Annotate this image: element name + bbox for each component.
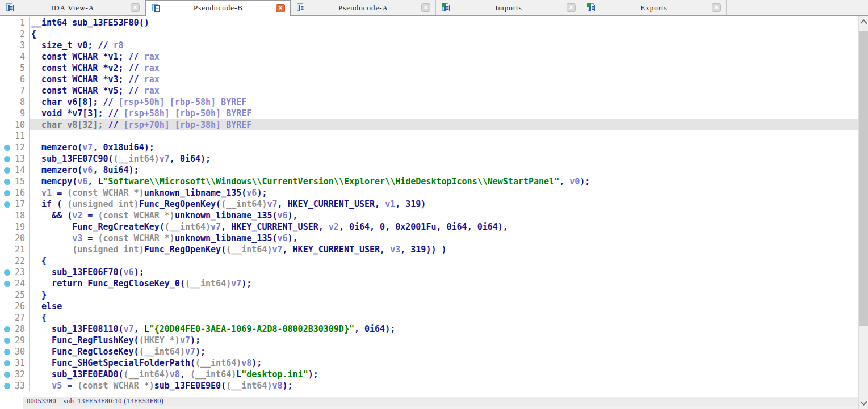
code-line-7[interactable]: 7 const WCHAR *v5; // rax [0, 85, 858, 96]
tab-imports[interactable]: Imports× [436, 0, 581, 15]
code-line-9[interactable]: 9 void *v7[3]; // [rsp+58h] [rbp-50h] BY… [0, 108, 858, 119]
code-segment: rax [144, 52, 160, 62]
code-line-10[interactable]: 10 char v8[32]; // [rsp+70h] [rbp-38h] B… [0, 119, 858, 130]
code-line-28[interactable]: 28 sub_13FE08110(v7, L"{20D04FE0-3AEA-10… [0, 323, 858, 335]
tab-close-button[interactable]: × [567, 3, 576, 12]
address-dot-icon[interactable] [4, 281, 10, 287]
code-segment: const WCHAR *v5; [31, 86, 129, 96]
code-segment: (__int64) [195, 358, 241, 368]
code-segment: (unsigned int) [67, 199, 139, 209]
pseudocode-icon [151, 3, 161, 13]
gutter: 16 [0, 187, 30, 199]
code-line-31[interactable]: 31 Func_SHGetSpecialFolderPath((__int64)… [0, 357, 858, 369]
line-number: 20 [15, 233, 25, 243]
code-line-12[interactable]: 12 memzero(v7, 0x18ui64); [0, 142, 858, 153]
code-line-29[interactable]: 29 Func_RegFlushKey((HKEY *)v7); [0, 335, 858, 346]
gutter: 10 [0, 119, 30, 130]
code-text: if ( (unsigned int)Func_RegOpenKey((__in… [30, 199, 858, 210]
code-line-8[interactable]: 8 char v6[8]; // [rsp+50h] [rbp-58h] BYR… [0, 96, 858, 108]
code-segment: v6 [77, 176, 87, 187]
code-line-20[interactable]: 20 v3 = (const WCHAR *)unknown_libname_1… [0, 233, 858, 244]
address-dot-icon[interactable] [4, 349, 10, 355]
code-line-14[interactable]: 14 memzero(v6, 8ui64); [0, 165, 858, 176]
address-dot-icon[interactable] [4, 145, 10, 151]
address-dot-icon[interactable] [4, 179, 10, 185]
code-line-30[interactable]: 30 Func_RegCloseKey((__int64)v7); [0, 346, 858, 357]
address-dot-icon[interactable] [4, 383, 10, 389]
code-line-25[interactable]: 25 } [0, 289, 858, 301]
code-text: v3 = (const WCHAR *)unknown_libname_135(… [30, 233, 858, 244]
line-number: 31 [15, 358, 25, 368]
code-line-33[interactable]: 33 v5 = (const WCHAR *)sub_13FE0E9E0((__… [0, 380, 858, 391]
code-line-5[interactable]: 5 const WCHAR *v2; // rax [0, 62, 858, 74]
address-dot-icon[interactable] [4, 167, 10, 174]
vertical-scrollbar[interactable] [858, 16, 868, 409]
gutter: 13 [0, 153, 30, 165]
scrollbar-thumb[interactable] [859, 31, 868, 326]
code-line-27[interactable]: 27 { [0, 312, 858, 323]
code-segment: { [31, 256, 47, 266]
address-dot-icon[interactable] [4, 269, 10, 276]
code-line-2[interactable]: 2{ [0, 28, 858, 40]
code-text: else [30, 301, 858, 312]
code-line-3[interactable]: 3 size_t v0; // r8 [0, 40, 858, 51]
code-line-1[interactable]: 1__int64 sub_13FE53F80() [0, 17, 858, 28]
code-line-15[interactable]: 15 memcpy(v6, L"Software\\Microsoft\\Win… [0, 176, 858, 187]
address-dot-icon[interactable] [4, 372, 10, 378]
code-text: { [30, 255, 858, 267]
line-number: 19 [15, 222, 25, 232]
code-line-17[interactable]: 17 if ( (unsigned int)Func_RegOpenKey((_… [0, 199, 858, 210]
scroll-down-arrow-icon[interactable] [860, 398, 867, 406]
code-line-24[interactable]: 24 return Func_RegCloseKey_0((__int64)v7… [0, 278, 858, 289]
address-dot-icon[interactable] [4, 326, 10, 332]
gutter: 6 [0, 74, 30, 85]
code-line-26[interactable]: 26 else [0, 301, 858, 312]
code-segment: = [82, 233, 98, 243]
address-dot-icon[interactable] [4, 338, 10, 344]
code-segment: , L [134, 324, 149, 334]
code-segment: v7 [82, 142, 93, 153]
code-line-16[interactable]: 16 v1 = (const WCHAR *)unknown_libname_1… [0, 187, 858, 199]
code-segment: (__int64) [185, 279, 231, 289]
code-segment: v6 [278, 233, 288, 243]
code-line-32[interactable]: 32 sub_13FE0EAD0((__int64)v8, (__int64)L… [0, 369, 858, 380]
tab-close-button[interactable]: × [421, 3, 430, 12]
code-segment: // [129, 74, 144, 85]
code-line-4[interactable]: 4 const WCHAR *v1; // rax [0, 51, 858, 62]
code-segment: [rsp+70h] [rbp-38h] BYREF [124, 120, 252, 130]
code-segment: Func_RegOpenKey( [144, 244, 227, 255]
tab-close-button[interactable]: × [276, 4, 285, 12]
address-dot-icon[interactable] [4, 156, 10, 162]
gutter: 23 [0, 267, 30, 278]
code-line-13[interactable]: 13 sub_13FE07C90((__int64)v7, 0i64); [0, 153, 858, 165]
code-segment: // [129, 52, 144, 62]
code-segment: ); [190, 335, 200, 345]
code-segment: v8 [272, 381, 282, 391]
code-line-6[interactable]: 6 const WCHAR *v3; // rax [0, 74, 858, 85]
address-dot-icon[interactable] [4, 360, 10, 366]
gutter: 22 [0, 255, 30, 267]
line-number: 2 [20, 29, 25, 39]
code-line-22[interactable]: 22 { [0, 255, 858, 267]
tab-pseudocode-b[interactable]: Pseudocode-B× [145, 0, 291, 16]
tab-close-button[interactable]: × [131, 3, 140, 12]
address-dot-icon[interactable] [4, 201, 10, 208]
code-line-23[interactable]: 23 sub_13FE06F70(v6); [0, 267, 858, 278]
code-segment: memzero( [31, 142, 82, 153]
code-line-11[interactable]: 11 [0, 130, 858, 142]
tab-exports[interactable]: Exports× [581, 0, 727, 15]
scroll-up-arrow-icon[interactable] [860, 19, 867, 27]
address-dot-icon[interactable] [4, 190, 10, 196]
tab-close-button[interactable]: × [712, 3, 721, 12]
pseudocode-view[interactable]: 1__int64 sub_13FE53F80()2{3 size_t v0; /… [0, 16, 868, 409]
tab-ida-view-a[interactable]: IDA View-A× [0, 0, 145, 15]
code-line-18[interactable]: 18 && (v2 = (const WCHAR *)unknown_libna… [0, 210, 858, 221]
code-line-21[interactable]: 21 (unsigned int)Func_RegOpenKey((__int6… [0, 244, 858, 255]
code-text [30, 130, 858, 142]
line-number: 9 [20, 108, 25, 119]
tab-pseudocode-a[interactable]: Pseudocode-A× [291, 0, 436, 15]
code-segment: v3 [72, 233, 82, 243]
code-line-19[interactable]: 19 Func_RegCreateKey((__int64)v7, HKEY_C… [0, 221, 858, 233]
code-segment: v6 [246, 188, 257, 198]
code-segment: v7 [231, 279, 241, 289]
